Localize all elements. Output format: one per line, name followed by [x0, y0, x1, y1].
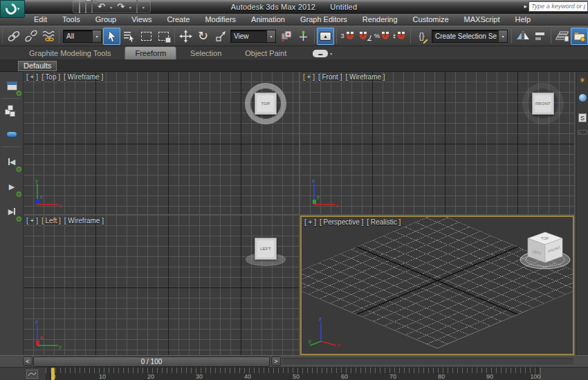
menu-help[interactable]: Help — [508, 15, 539, 23]
viewport-perspective[interactable]: [ + ] [ Perspective ] [ Realistic ] TOP … — [300, 216, 574, 355]
angle-snap-toggle-button[interactable] — [356, 28, 374, 45]
viewport-menu-button[interactable]: [ + ] — [26, 217, 38, 225]
track-bar: 0 10 20 30 40 50 60 70 80 90 100 — [0, 367, 588, 380]
tick-label: 30 — [192, 373, 207, 380]
viewcube-left-face[interactable]: LEFT — [255, 238, 277, 260]
ribbon-tab-freeform[interactable]: Freeform — [125, 46, 176, 59]
unlink-selection-button[interactable] — [22, 28, 39, 45]
ribbon-tab-object-paint[interactable]: Object Paint — [235, 47, 296, 59]
time-slider-handle[interactable]: 0 / 100 — [33, 357, 270, 367]
folder-lightbulb-icon — [573, 30, 586, 42]
ribbon-minimize-icon: ▬ — [313, 50, 328, 57]
dashed-rectangle-icon — [141, 32, 151, 41]
viewcube[interactable]: LEFT — [246, 229, 286, 269]
spinner-snap-toggle-button[interactable]: ▲▼ — [391, 28, 408, 45]
menu-edit[interactable]: Edit — [26, 15, 55, 23]
menu-views[interactable]: Views — [124, 15, 159, 23]
viewport-shading-button[interactable]: [ Wireframe ] — [345, 73, 385, 81]
menu-maxscript[interactable]: MAXScript — [457, 15, 508, 23]
menu-customize[interactable]: Customize — [405, 15, 457, 23]
list-cursor-icon — [122, 30, 136, 42]
defaults-panel-tab[interactable]: Defaults — [18, 61, 57, 71]
named-selection-sets-dropdown[interactable]: Create Selection Se ▾ — [432, 30, 508, 43]
use-pivot-point-center-button[interactable] — [277, 28, 295, 45]
standard-primitives-label[interactable]: S — [578, 113, 587, 122]
chevron-down-icon: ▾ — [330, 51, 332, 56]
viewcube-top-face[interactable]: TOP — [255, 93, 277, 115]
select-and-scale-button[interactable] — [212, 28, 229, 45]
layer-manager-button[interactable] — [553, 28, 571, 45]
massfx-world-parameters-button[interactable]: ⚙ — [1, 76, 22, 95]
time-slider-track[interactable] — [282, 358, 573, 365]
viewcube-3d[interactable]: TOP LEFT FRONT — [515, 227, 574, 279]
viewport-name-button[interactable]: [ Top ] — [42, 73, 60, 81]
selection-filter-dropdown[interactable]: All ▾ — [63, 30, 102, 43]
viewport-top[interactable]: [ + ] [ Top ] [ Wireframe ] TOP y x z — [24, 72, 299, 214]
search-flyout-arrow-icon[interactable]: ▸ — [524, 3, 527, 10]
menu-modifiers[interactable]: Modifiers — [197, 15, 244, 23]
viewcube[interactable]: TOP — [246, 84, 286, 124]
select-and-move-button[interactable] — [177, 28, 194, 45]
previous-frame-button[interactable]: < — [23, 357, 33, 366]
viewport-name-button[interactable]: [ Left ] — [42, 217, 61, 225]
viewcube[interactable]: FRONT — [523, 84, 563, 124]
create-geometry-sun-icon[interactable]: ☀ — [579, 76, 586, 85]
keyboard-shortcut-override-toggle[interactable]: ▲ — [317, 28, 334, 45]
rectangular-selection-region-button[interactable] — [138, 28, 155, 45]
cursor-arrow-icon — [107, 30, 118, 42]
toolbar-separator — [511, 28, 512, 44]
viewport-menu-button[interactable]: [ + ] — [26, 73, 38, 81]
viewport-menu-button[interactable]: [ + ] — [304, 218, 316, 226]
snaps-toggle-3d-button[interactable]: 3 — [339, 28, 356, 45]
curve-icon — [28, 371, 37, 377]
set-kinematic-rigid-body-button[interactable] — [1, 124, 22, 144]
search-input[interactable] — [529, 1, 588, 12]
start-simulation-button[interactable]: ▶ ⚙ — [1, 177, 22, 196]
percent-snap-toggle-button[interactable]: % — [374, 28, 391, 45]
viewport-shading-button[interactable]: [ Wireframe ] — [64, 73, 103, 81]
next-frame-button[interactable]: > — [271, 357, 281, 366]
select-and-link-button[interactable] — [5, 28, 22, 45]
align-button[interactable] — [531, 28, 549, 45]
sphere-primitive-icon[interactable] — [579, 94, 587, 103]
step-simulation-button[interactable]: ▶ ⚙ — [1, 202, 22, 221]
set-dynamic-rigid-body-button[interactable] — [1, 102, 22, 122]
menu-tools[interactable]: Tools — [55, 15, 88, 23]
menu-animation[interactable]: Animation — [244, 15, 293, 23]
select-and-manipulate-button[interactable] — [295, 28, 312, 45]
menu-group[interactable]: Group — [88, 15, 125, 23]
mini-curve-editor-button[interactable] — [26, 370, 38, 379]
ribbon-tab-graphite-modeling-tools[interactable]: Graphite Modeling Tools — [19, 47, 120, 59]
viewport-front[interactable]: [ + ] [ Front ] [ Wireframe ] FRONT z x … — [300, 72, 574, 214]
reset-simulation-button[interactable]: ◀ ⚙ — [1, 152, 22, 171]
application-menu-button[interactable]: ▾ — [0, 0, 25, 18]
viewport-shading-button[interactable]: [ Wireframe ] — [64, 217, 104, 225]
select-and-rotate-button[interactable]: ↻ — [194, 28, 212, 45]
viewcube-front-face[interactable]: FRONT — [532, 93, 554, 115]
viewport-menu-button[interactable]: [ + ] — [303, 73, 315, 81]
toggle-ribbon-button[interactable] — [571, 28, 588, 45]
sphere-icon — [579, 94, 587, 102]
window-crossing-toggle-button[interactable] — [155, 28, 172, 45]
track-bar-ruler[interactable]: 0 10 20 30 40 50 60 70 80 90 100 — [46, 368, 541, 380]
menu-create[interactable]: Create — [159, 15, 197, 23]
edit-named-selection-sets-button[interactable]: {} — [413, 28, 430, 45]
bind-to-space-warp-button[interactable] — [39, 28, 57, 45]
toolbar-drag-handle[interactable] — [2, 28, 3, 44]
menu-graph-editors[interactable]: Graph Editors — [293, 15, 355, 23]
mirror-button[interactable] — [514, 28, 531, 45]
rollout-collapse-button[interactable]: - — [578, 130, 587, 135]
reference-coordinate-system-dropdown[interactable]: View ▾ — [230, 30, 276, 43]
select-by-name-button[interactable] — [120, 28, 138, 45]
viewport-left[interactable]: [ + ] [ Left ] [ Wireframe ] LEFT z y x — [24, 216, 299, 355]
viewport-name-button[interactable]: [ Front ] — [318, 73, 342, 81]
menu-rendering[interactable]: Rendering — [355, 15, 405, 23]
tick-label: 90 — [482, 373, 497, 380]
ribbon-tab-bar: Graphite Modeling Tools Freeform Selecti… — [0, 46, 588, 60]
select-object-button[interactable] — [103, 28, 120, 45]
document-name: Untitled — [330, 3, 357, 11]
ribbon-minimize-button[interactable]: ▬ ▾ — [313, 50, 332, 57]
viewport-shading-button[interactable]: [ Realistic ] — [367, 218, 401, 226]
viewport-name-button[interactable]: [ Perspective ] — [320, 218, 363, 226]
ribbon-tab-selection[interactable]: Selection — [181, 47, 231, 59]
